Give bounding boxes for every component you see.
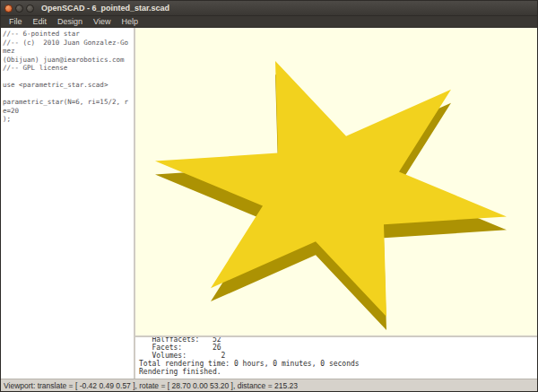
openscad-window: OpenSCAD - 6_pointed_star.scad File Edit… <box>0 0 538 392</box>
viewport-status-text: Viewport: translate = [ -0.42 0.49 0.57 … <box>4 381 298 390</box>
close-button[interactable] <box>4 4 13 13</box>
menu-file[interactable]: File <box>4 16 27 28</box>
titlebar[interactable]: OpenSCAD - 6_pointed_star.scad <box>1 1 537 16</box>
viewport-3d[interactable] <box>135 28 537 337</box>
star-render <box>135 28 537 335</box>
console-output: Halffacets: 52 Facets: 26 Volumes: 2 Tot… <box>139 337 537 376</box>
editor-code[interactable]: //-- 6-pointed star //-- (c) 2010 Juan G… <box>3 30 132 124</box>
menubar: File Edit Design View Help <box>1 16 537 28</box>
main-area: //-- 6-pointed star //-- (c) 2010 Juan G… <box>1 28 537 379</box>
window-title: OpenSCAD - 6_pointed_star.scad <box>41 4 169 13</box>
statusbar: Viewport: translate = [ -0.42 0.49 0.57 … <box>1 379 537 391</box>
right-column: Halffacets: 52 Facets: 26 Volumes: 2 Tot… <box>135 28 537 379</box>
console-panel[interactable]: Halffacets: 52 Facets: 26 Volumes: 2 Tot… <box>135 337 537 379</box>
maximize-button[interactable] <box>26 4 34 13</box>
code-editor[interactable]: //-- 6-pointed star //-- (c) 2010 Juan G… <box>1 28 135 379</box>
menu-view[interactable]: View <box>89 16 115 28</box>
menu-edit[interactable]: Edit <box>29 16 52 28</box>
menu-design[interactable]: Design <box>53 16 87 28</box>
window-controls <box>4 4 34 13</box>
minimize-button[interactable] <box>15 4 23 13</box>
menu-help[interactable]: Help <box>117 16 143 28</box>
